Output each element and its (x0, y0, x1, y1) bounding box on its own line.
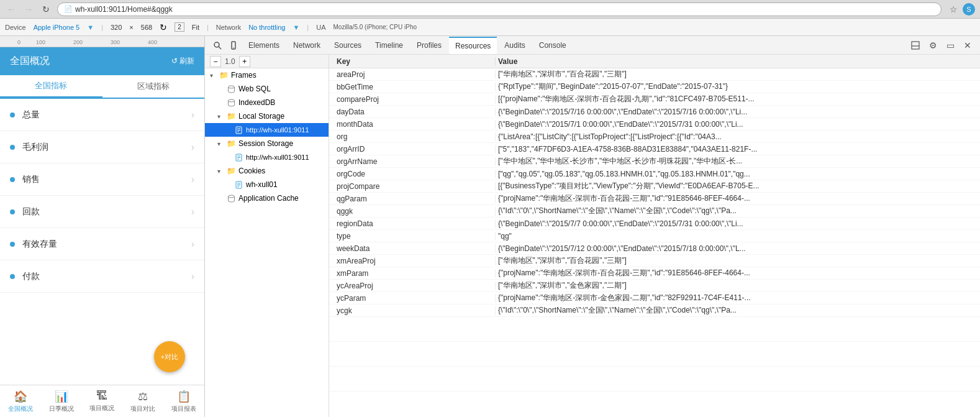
tree-item-sessionstorage-url[interactable]: http://wh-xull01:9011 (205, 150, 329, 164)
data-row-3[interactable]: dayData {\"BeginDate\":\"2015/7/16 0:00:… (329, 106, 980, 118)
settings-icon[interactable]: ⚙ (925, 38, 940, 53)
data-row-4[interactable]: monthData {\"BeginDate\":\"2015/7/1 0:00… (329, 118, 980, 131)
tree-label-cookies: Cookies (238, 167, 265, 175)
tree-item-appcache[interactable]: Application Cache (205, 191, 329, 205)
zoom-out-button[interactable]: − (210, 56, 221, 67)
row-val-4: {\"BeginDate\":\"2015/7/1 0:00:00\",\"En… (496, 120, 975, 129)
address-text: wh-xull01:9011/Home#&qggk (75, 5, 173, 14)
data-row-17[interactable]: ycAreaProj ["华南地区","深圳市","金色家园","二期"] (329, 280, 980, 292)
bookmark-button[interactable]: ☆ (946, 2, 960, 16)
data-row-8[interactable]: orgCode ["qg","qg.05","qg.05.183","qg.05… (329, 168, 980, 180)
tree-item-indexeddb[interactable]: IndexedDB (205, 96, 329, 109)
refresh-button[interactable]: ↺ 刷新 (171, 56, 194, 66)
tree-item-cookies[interactable]: ▾ 📁 Cookies (205, 164, 329, 178)
tree-item-websql[interactable]: Web SQL (205, 82, 329, 96)
tree-item-localstorage[interactable]: ▾ 📁 Local Storage (205, 109, 329, 123)
height-value: 568 (141, 24, 152, 31)
devtools-body: − 1.0 + ▾ 📁 Frames Web SQL (205, 55, 980, 417)
row-key-9: projCompare (334, 182, 496, 191)
zoom-in-button[interactable]: + (239, 56, 250, 67)
fab-button[interactable]: +对比 (154, 341, 185, 372)
data-row-13[interactable]: type "qg" (329, 230, 980, 242)
tab-resources[interactable]: Resources (449, 37, 497, 54)
dot-icon-1 (10, 145, 15, 150)
data-row-16[interactable]: xmParam {"projName":"华南地区-深圳市-百合花园-三期","… (329, 267, 980, 280)
dot-icon-0 (10, 112, 15, 117)
app-panel: 0 100 200 300 400 全国概况 ↺ 刷新 全国指标 区域指标 总量 (0, 36, 205, 417)
svg-point-0 (214, 42, 219, 47)
folder-icon-cookies: 📁 (226, 166, 236, 176)
menu-item-1[interactable]: 毛利润 › (0, 131, 204, 163)
row-key-0: areaProj (334, 70, 496, 79)
menu-item-2[interactable]: 销售 › (0, 163, 204, 196)
data-row-0[interactable]: areaProj ["华南地区","深圳市","百合花园","三期"] (329, 68, 980, 81)
data-row-10[interactable]: qgParam {"projName":"华南地区-深圳市-百合花园-三期","… (329, 193, 980, 205)
close-icon[interactable]: ✕ (960, 38, 975, 53)
col-header-key: Key (334, 57, 496, 66)
page-icon-cookie-host (234, 180, 243, 190)
tree-item-frames[interactable]: ▾ 📁 Frames (205, 68, 329, 82)
profile-button[interactable]: S (963, 3, 975, 16)
dropdown-arrow-icon[interactable]: ▼ (87, 24, 94, 31)
tab-console[interactable]: Console (533, 37, 573, 54)
row-val-9: [{"BusinessType":"项目对比","ViewType":"分期",… (496, 181, 975, 191)
tab-regional-indicators[interactable]: 区域指标 (102, 75, 205, 98)
reload-button[interactable]: ↻ (40, 3, 52, 16)
address-bar[interactable]: 📄 wh-xull01:9011/Home#&qggk (57, 2, 941, 16)
menu-item-0[interactable]: 总量 › (0, 99, 204, 131)
menu-item-4[interactable]: 有效存量 › (0, 228, 204, 260)
tab-sources[interactable]: Sources (328, 37, 368, 54)
data-row-18[interactable]: ycParam {"projName":"华南地区-深圳市-金色家园-二期","… (329, 292, 980, 305)
tree-item-cookie-host[interactable]: wh-xull01 (205, 178, 329, 191)
tree-item-localstorage-url[interactable]: http://wh-xull01:9011 (205, 123, 329, 137)
data-row-11[interactable]: qggk {\"Id\":\"0\",\"ShortName\":\"全国\",… (329, 205, 980, 218)
app-content-wrapper: 全国概况 ↺ 刷新 全国指标 区域指标 总量 › 毛利润 › (0, 47, 204, 417)
row-key-3: dayData (334, 108, 496, 116)
data-row-9[interactable]: projCompare [{"BusinessType":"项目对比","Vie… (329, 180, 980, 193)
data-row-7[interactable]: orgArrName ["华中地区","华中地区-长沙市","华中地区-长沙市-… (329, 155, 980, 168)
menu-label-5: 付款 (22, 271, 191, 282)
tree-label-websql: Web SQL (238, 85, 271, 93)
bottom-nav-label-4: 项目报表 (171, 405, 196, 413)
data-row-12[interactable]: regionData {\"BeginDate\":\"2015/7/7 0:0… (329, 218, 980, 230)
rotate-button[interactable]: ↻ (160, 22, 167, 32)
back-button[interactable]: ← (5, 3, 17, 16)
expand-arrow-websql (217, 86, 225, 93)
data-row-15[interactable]: xmAreaProj ["华南地区","深圳市","百合花园","三期"] (329, 255, 980, 267)
row-key-12: regionData (334, 219, 496, 228)
bottom-nav-item-2[interactable]: 🏗 项目概况 (82, 385, 123, 417)
menu-item-3[interactable]: 回款 › (0, 196, 204, 228)
data-row-19[interactable]: ycgk {\"Id\":\"0\",\"ShortName\":\"全国\",… (329, 305, 980, 317)
tab-profiles[interactable]: Profiles (411, 37, 448, 54)
mobile-icon[interactable] (226, 38, 241, 53)
dock-icon[interactable] (908, 38, 923, 53)
scale-bar: − 1.0 + (205, 55, 329, 68)
data-table-scroll[interactable]: areaProj ["华南地区","深圳市","百合花园","三期"] bbGe… (329, 68, 980, 417)
data-row-5[interactable]: org {"ListArea":[{"ListCity":[{"ListTopP… (329, 131, 980, 143)
throttle-arrow-icon[interactable]: ▼ (293, 24, 299, 31)
bottom-nav-item-4[interactable]: 📋 项目报表 (163, 385, 204, 417)
tab-network[interactable]: Network (287, 37, 327, 54)
tab-timeline[interactable]: Timeline (369, 37, 409, 54)
bottom-nav-item-1[interactable]: 📊 日季概况 (41, 385, 82, 417)
tree-label-localstorage: Local Storage (238, 112, 284, 121)
browser-chrome: ← → ↻ 📄 wh-xull01:9011/Home#&qggk ☆ S (0, 0, 980, 19)
data-row-1[interactable]: bbGetTime {"RptType":"期间","BeginDate":"2… (329, 81, 980, 93)
search-button[interactable] (210, 38, 225, 53)
tab-national-indicators[interactable]: 全国指标 (0, 75, 102, 98)
bottom-nav-item-0[interactable]: 🏠 全国概况 (0, 385, 41, 417)
forward-button[interactable]: → (22, 3, 35, 16)
data-row-14[interactable]: weekData {\"BeginDate\":\"2015/7/12 0:00… (329, 242, 980, 255)
menu-item-5[interactable]: 付款 › (0, 260, 204, 293)
devtools-toolbar: Elements Network Sources Timeline Profil… (205, 36, 980, 55)
tree-item-sessionstorage[interactable]: ▾ 📁 Session Storage (205, 137, 329, 150)
data-row-2[interactable]: compareProj [{"projName":"华南地区-深圳市-百合花园-… (329, 93, 980, 106)
bottom-nav-item-3[interactable]: ⚖ 项目对比 (122, 385, 163, 417)
tab-audits[interactable]: Audits (498, 37, 531, 54)
arrow-icon-3: › (191, 206, 194, 218)
maximize-icon[interactable]: ▭ (943, 38, 958, 53)
tab-elements[interactable]: Elements (242, 37, 286, 54)
row-val-14: {\"BeginDate\":\"2015/7/12 0:00:00\",\"E… (496, 244, 975, 253)
data-row-6[interactable]: orgArrID ["5","183","4F7DF6D3-A1EA-4758-… (329, 143, 980, 155)
row-key-13: type (334, 232, 496, 241)
